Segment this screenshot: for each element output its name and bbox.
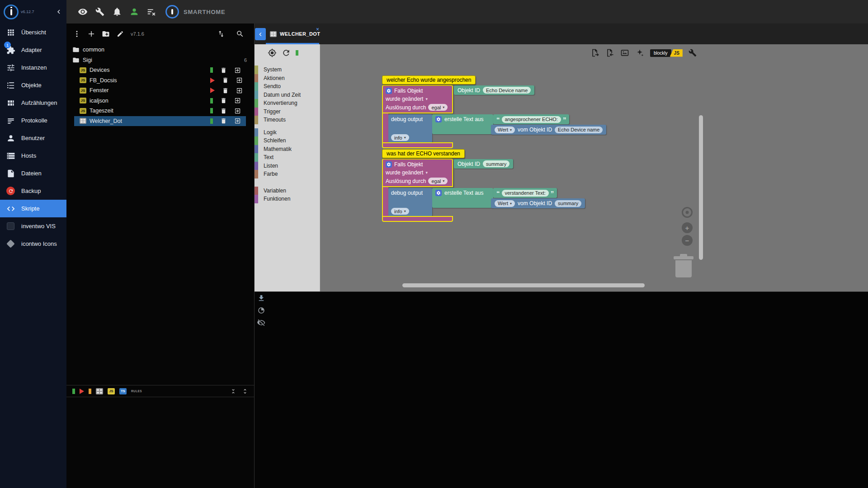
filter-blockly-badge[interactable] <box>96 388 103 394</box>
menu-kebab-icon[interactable] <box>72 29 82 39</box>
open-script-icon[interactable] <box>234 67 241 74</box>
sidebar-item-skripte[interactable]: Skripte <box>0 200 66 217</box>
editor-settings-icon[interactable] <box>689 49 697 57</box>
delete-script-icon[interactable] <box>220 117 227 124</box>
reload-script-icon[interactable] <box>282 48 291 57</box>
sidebar-item-instanzen[interactable]: Instanzen <box>0 59 66 76</box>
toolbox-category-listen[interactable]: Listen <box>255 162 320 170</box>
mutator-gear-icon[interactable] <box>386 88 392 94</box>
mutator-gear-icon[interactable] <box>435 190 442 196</box>
filter-js-badge[interactable]: JS <box>108 388 115 394</box>
sidebar-item-backup[interactable]: Backup <box>0 182 66 200</box>
text-string-block[interactable]: “angesprochener ECHO:” <box>493 114 569 124</box>
changed-dropdown[interactable]: wurde geändert <box>386 169 428 176</box>
open-script-icon[interactable] <box>236 77 243 84</box>
script-item-fb-docsis[interactable]: JS FB_Docsis <box>66 75 254 86</box>
delete-script-icon[interactable] <box>220 67 227 74</box>
open-script-icon[interactable] <box>236 87 243 94</box>
open-script-icon[interactable] <box>234 97 241 104</box>
folder-item-common[interactable]: common <box>66 45 254 55</box>
pause-script-icon[interactable] <box>210 108 213 113</box>
toolbox-category-mathematik[interactable]: Mathematik <box>255 145 320 154</box>
vertical-scrollbar[interactable] <box>699 115 703 260</box>
pause-script-icon[interactable] <box>296 50 298 56</box>
filter-paused-icon[interactable] <box>72 389 75 394</box>
sidebar-item-protokolle[interactable]: Protokolle <box>0 112 66 129</box>
object-value-block[interactable]: Wertvom Objekt IDEcho Device name <box>491 125 606 135</box>
mutator-gear-icon[interactable] <box>435 116 442 122</box>
hide-log-icon[interactable] <box>257 319 265 327</box>
zoom-reset-button[interactable] <box>682 207 693 218</box>
pause-script-icon[interactable] <box>210 118 213 124</box>
pause-script-icon[interactable] <box>210 67 213 73</box>
search-icon[interactable] <box>235 29 245 39</box>
horizontal-scrollbar[interactable] <box>402 283 645 287</box>
toolbox-category-farbe[interactable]: Farbe <box>255 170 320 178</box>
trigger-block[interactable]: Falls Objekt wurde geändert Auslösung du… <box>382 159 453 187</box>
ack-dropdown[interactable]: egal <box>428 104 448 111</box>
comment-block[interactable]: welcher Echo wurde angesprochen <box>382 75 476 84</box>
filter-ts-badge[interactable]: TS <box>119 388 127 394</box>
script-item-fenster[interactable]: JS Fenster <box>66 85 254 96</box>
blockly-mode-badge[interactable]: blockly <box>650 49 671 57</box>
sidebar-item-objekte[interactable]: Objekte <box>0 76 66 94</box>
object-value-block[interactable]: Wertvom Objekt IDsummary <box>491 198 585 208</box>
visibility-icon[interactable] <box>74 3 91 20</box>
toolbox-category-konvertierung[interactable]: Konvertierung <box>255 99 320 108</box>
script-item-icaljson[interactable]: JS icaljson <box>66 96 254 106</box>
js-mode-badge[interactable]: JS <box>670 49 683 57</box>
sidebar-item-benutzer[interactable]: Benutzer <box>0 129 66 147</box>
export-image-icon[interactable] <box>620 48 629 57</box>
open-script-icon[interactable] <box>234 117 241 124</box>
text-field[interactable]: angesprochener ECHO: <box>502 116 561 123</box>
trash-icon[interactable] <box>673 253 694 278</box>
trigger-block[interactable]: Falls Objekt wurde geändert Auslösung du… <box>382 85 453 113</box>
wert-dropdown[interactable]: Wert <box>495 200 515 207</box>
filter-problem-icon[interactable] <box>89 389 91 394</box>
script-item-welcher-dot[interactable]: Welcher_Dot <box>66 116 254 127</box>
text-join-block[interactable]: erstelle Text aus <box>432 114 493 134</box>
wert-dropdown[interactable]: Wert <box>495 127 515 133</box>
events-muted-icon[interactable] <box>143 3 160 20</box>
sidebar-item-hosts[interactable]: Hosts <box>0 147 66 164</box>
add-folder-icon[interactable] <box>101 29 111 39</box>
objekt-id-field[interactable]: summary <box>483 160 509 167</box>
comment-block[interactable]: was hat der ECHO verstanden <box>382 149 465 158</box>
expand-all-icon[interactable] <box>242 388 248 394</box>
host-status-icon[interactable] <box>126 3 143 20</box>
open-script-icon[interactable] <box>234 108 241 114</box>
toolbox-category-funktionen[interactable]: Funktionen <box>255 195 320 203</box>
toolbox-category-timeouts[interactable]: Timeouts <box>255 116 320 124</box>
mutator-gear-icon[interactable] <box>386 161 392 168</box>
filter-running-icon[interactable] <box>80 389 84 394</box>
blockly-canvas[interactable]: blockly JS welcher Echo wurde angesproch… <box>320 44 868 291</box>
objekt-id-block[interactable]: Objekt IDEcho Device name <box>454 85 534 95</box>
toolbox-category-trigger[interactable]: Trigger <box>255 108 320 116</box>
log-level-dropdown[interactable]: info <box>391 134 409 141</box>
toolbox-category-sendto[interactable]: Sendto <box>255 82 320 91</box>
zoom-out-button[interactable] <box>682 235 693 246</box>
debug-output-block[interactable]: debug outputinfo <box>388 188 432 216</box>
delete-script-icon[interactable] <box>220 108 227 114</box>
download-log-icon[interactable] <box>257 294 265 302</box>
notifications-icon[interactable] <box>108 3 126 20</box>
toolbox-category-logik[interactable]: Logik <box>255 128 320 137</box>
log-level-icon[interactable] <box>257 306 265 314</box>
toolbox-category-datum-und-zeit[interactable]: Datum und Zeit <box>255 91 320 99</box>
toolbox-category-variablen[interactable]: Variablen <box>255 187 320 195</box>
debug-output-block[interactable]: debug outputinfo <box>388 114 432 143</box>
beautify-icon[interactable] <box>635 48 644 57</box>
import-blocks-icon[interactable] <box>605 48 614 57</box>
object-id-field[interactable]: summary <box>555 200 581 207</box>
toolbox-category-text[interactable]: Text <box>255 153 320 162</box>
export-blocks-icon[interactable] <box>590 48 599 57</box>
objekt-id-block[interactable]: Objekt IDsummary <box>454 159 513 169</box>
objekt-id-field[interactable]: Echo Device name <box>483 87 531 94</box>
filter-rules-badge[interactable]: RULES <box>131 389 142 393</box>
sidebar-item-adapter[interactable]: 1Adapter <box>0 41 66 59</box>
collapse-all-icon[interactable] <box>230 388 236 394</box>
sidebar-item-uebersicht[interactable]: Übersicht <box>0 23 66 41</box>
system-settings-icon[interactable] <box>91 3 108 20</box>
back-button[interactable] <box>255 28 266 40</box>
script-item-tageszeit[interactable]: JS Tageszeit <box>66 106 254 116</box>
